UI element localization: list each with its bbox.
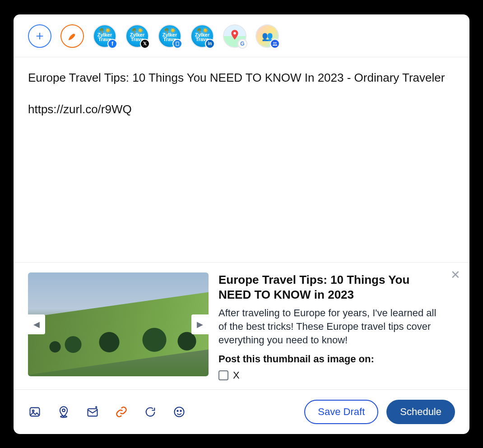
schedule-button[interactable]: Schedule: [386, 400, 455, 424]
building-icon: [172, 39, 182, 49]
footer-toolbar: Save Draft Schedule: [14, 389, 469, 434]
add-channel-button[interactable]: [28, 24, 51, 48]
channel-zylker-x[interactable]: 🌴☀️ ZylkerTrave 𝕏: [125, 24, 149, 48]
refresh-icon[interactable]: [144, 405, 157, 419]
checkbox-x[interactable]: [218, 370, 228, 380]
svg-point-19: [180, 410, 181, 411]
channel-row: 🌴☀️ ZylkerTrave f 🌴☀️ ZylkerTrave 𝕏 🌴☀️ …: [14, 14, 469, 57]
facebook-icon: f: [107, 39, 117, 49]
group-icon: [270, 39, 280, 49]
svg-point-7: [233, 32, 236, 34]
checkbox-x-label: X: [233, 369, 240, 381]
compose-icon-button[interactable]: [60, 24, 84, 48]
compose-window: 🌴☀️ ZylkerTrave f 🌴☀️ ZylkerTrave 𝕏 🌴☀️ …: [14, 14, 469, 434]
link-preview: ✕ ◀ ▶ Europe Travel Tips: 10 Things You …: [14, 262, 469, 389]
location-icon[interactable]: [57, 405, 70, 419]
preview-description: After traveling to Europe for years, I'v…: [218, 306, 441, 346]
google-icon: G: [237, 39, 247, 49]
preview-thumbnail: ◀ ▶: [28, 272, 209, 376]
preview-text: Europe Travel Tips: 10 Things You NEED T…: [218, 272, 455, 381]
svg-point-17: [175, 407, 184, 416]
linkedin-icon: in: [205, 39, 215, 49]
svg-point-12: [62, 409, 65, 411]
svg-point-8: [274, 42, 275, 43]
compose-textarea[interactable]: Europe Travel Tips: 10 Things You NEED T…: [14, 57, 469, 263]
channel-zylker-facebook[interactable]: 🌴☀️ ZylkerTrave f: [93, 24, 116, 48]
envelope-plus-icon[interactable]: [86, 405, 99, 419]
emoji-icon[interactable]: [172, 405, 186, 419]
svg-point-11: [33, 410, 34, 411]
channel-group[interactable]: 👥: [255, 24, 279, 48]
channel-zylker-business[interactable]: 🌴☀️ ZylkerTrave: [158, 24, 181, 48]
compose-text: Europe Travel Tips: 10 Things You NEED T…: [28, 70, 455, 86]
x-icon: 𝕏: [140, 39, 150, 49]
compose-link: https://zurl.co/r9WQ: [28, 102, 455, 117]
post-thumbnail-label: Post this thumbnail as image on:: [218, 353, 441, 365]
svg-point-9: [275, 42, 277, 43]
channel-zylker-linkedin[interactable]: 🌴☀️ ZylkerTrave in: [190, 24, 214, 48]
close-preview-button[interactable]: ✕: [450, 268, 460, 282]
channel-google-business[interactable]: G: [223, 24, 246, 48]
link-icon[interactable]: [115, 405, 128, 419]
svg-rect-2: [176, 42, 179, 46]
image-icon[interactable]: [28, 405, 42, 419]
svg-rect-10: [30, 407, 40, 416]
thumbnail-prev-button[interactable]: ◀: [28, 314, 45, 334]
save-draft-button[interactable]: Save Draft: [304, 400, 378, 424]
preview-title: Europe Travel Tips: 10 Things You NEED T…: [218, 272, 441, 302]
thumbnail-next-button[interactable]: ▶: [191, 314, 209, 334]
svg-point-18: [177, 410, 178, 411]
